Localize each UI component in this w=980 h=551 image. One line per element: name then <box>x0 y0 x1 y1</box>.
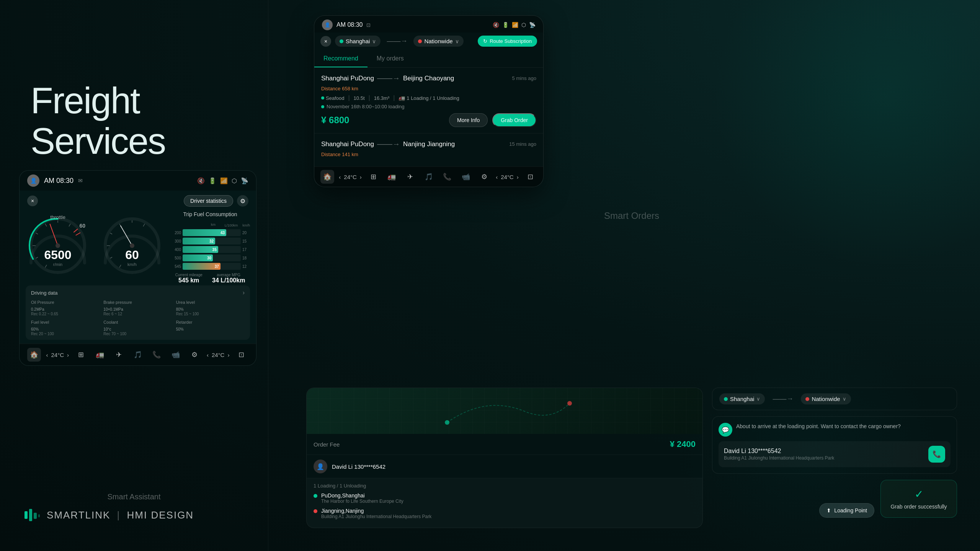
bottom-to-text: Nationwide <box>812 396 840 402</box>
order-2-route-row: Shanghai PuDong ——→ Nanjing Jiangning 15… <box>321 140 536 148</box>
loading-point-to: Jiangning,Nanjing Building A1 Jiulonghu … <box>314 508 696 519</box>
settings-button[interactable]: ⚙ <box>237 195 248 207</box>
temp-left-value: 24°C <box>51 352 64 358</box>
close-button[interactable]: × <box>27 196 38 206</box>
notification-header: 💬 About to arrive at the loading point. … <box>719 423 951 437</box>
phone-temp-prev-icon[interactable]: ‹ <box>339 174 341 180</box>
grab-order-button[interactable]: Grab Order <box>492 113 536 127</box>
date-text: November 16th 8:00~10:00 loading <box>327 104 404 109</box>
map-route-svg <box>307 388 702 434</box>
phone-temp-right-prev[interactable]: ‹ <box>496 174 498 180</box>
smart-orders-label: Smart Orders <box>604 210 659 221</box>
brake-rec: Rec 6 ~ 12 <box>103 312 172 316</box>
phone-home-icon[interactable]: 🏠 <box>320 170 334 184</box>
phone-grid-icon[interactable]: ⊞ <box>366 170 380 184</box>
order-1-bottom: ¥ 6800 More Info Grab Order <box>321 113 536 127</box>
from-city-pill[interactable]: Shanghai ∨ <box>335 36 381 47</box>
order-info-panel: Order Fee ¥ 2400 👤 David Li 130****6542 … <box>306 388 703 528</box>
bottom-nav: 🏠 ‹ 24°C › ⊞ 🚛 ✈ 🎵 📞 📹 ⚙ ‹ 24°C › ⊡ <box>20 344 256 365</box>
phone-nav-icon[interactable]: 📞 <box>150 348 163 362</box>
battery-icon: 🔋 <box>209 177 216 184</box>
to-dot-icon <box>314 509 317 513</box>
bottom-to-pill[interactable]: Nationwide ∨ <box>801 393 851 404</box>
tab-my-orders[interactable]: My orders <box>368 50 413 67</box>
call-button[interactable]: 📞 <box>928 446 945 463</box>
phone-temp-next-icon[interactable]: › <box>360 174 362 180</box>
nav-icon-paper[interactable]: ✈ <box>112 348 126 362</box>
order-1-route: Shanghai PuDong ——→ Beijing Chaoyang <box>321 74 454 83</box>
phone-settings-icon[interactable]: ⚙ <box>477 170 491 184</box>
order-map <box>307 388 702 434</box>
phone-music-icon[interactable]: 🎵 <box>422 170 436 184</box>
phone-volume-icon: 🔇 <box>493 22 499 28</box>
grid-nav-icon[interactable]: ⊞ <box>74 348 88 362</box>
phone-close-button[interactable]: × <box>320 36 331 47</box>
svg-point-24 <box>445 420 449 425</box>
expand-arrow-icon[interactable]: › <box>243 289 245 296</box>
settings-nav-icon[interactable]: ⚙ <box>188 348 201 362</box>
temp-right: ‹ 24°C › <box>207 352 230 358</box>
loading-point-btn-label: Loading Point <box>834 507 867 514</box>
phone-truck-icon[interactable]: 🚛 <box>385 170 399 184</box>
chart-row-5: 545 37 12 <box>170 263 250 270</box>
phone-temp-right-next[interactable]: › <box>517 174 519 180</box>
route-selector: Shanghai ∨ ——→ Nationwide ∨ ↻ Route Subs… <box>335 36 537 47</box>
section-divider <box>268 0 268 551</box>
throttle-max: 60 <box>79 223 85 229</box>
bluetooth-icon: ⬡ <box>232 177 237 184</box>
to-city-text: Nationwide <box>424 38 452 44</box>
bottom-from-pill[interactable]: Shanghai ∨ <box>719 393 765 404</box>
retarder-value: 50% <box>176 325 245 332</box>
order-2-distance: Distance 141 km <box>321 152 536 157</box>
phone-bt-icon: ⬡ <box>521 22 526 28</box>
summary-mpg: average MPG 34 L/100km <box>212 273 245 284</box>
smart-assistant-label: Smart Assistant <box>108 492 161 501</box>
brake-value: 10×0.1MPa <box>103 305 172 312</box>
phone-temp-left: ‹ 24°C › <box>339 174 362 180</box>
order-1-from: Shanghai PuDong <box>321 75 374 82</box>
fuel-label: Fuel level <box>31 320 100 324</box>
chart-title: Trip Fuel Consumption <box>170 211 250 217</box>
order-fee-label: Order Fee <box>314 441 340 448</box>
phone-temp-right-val: 24°C <box>501 174 514 180</box>
chart-label-kmh: km/h <box>242 223 250 227</box>
temp-left-next-icon[interactable]: › <box>67 352 69 358</box>
to-dot-icon <box>418 39 422 43</box>
temp-right-value: 24°C <box>212 352 225 358</box>
more-info-button[interactable]: More Info <box>449 113 488 127</box>
from-city-text: Shanghai <box>346 38 370 44</box>
loading-point-button[interactable]: ⬆ Loading Point <box>819 503 874 518</box>
driving-data-title: Driving data <box>31 290 57 296</box>
dash-header: × Driver statistics ⚙ <box>20 191 256 211</box>
status-time: AM 08:30 <box>44 177 74 185</box>
driver-stats-button[interactable]: Driver statistics <box>184 195 233 207</box>
cargo-weight: 10.5t <box>354 95 365 101</box>
temp-left-prev-icon[interactable]: ‹ <box>46 352 48 358</box>
split-nav-icon[interactable]: ⊡ <box>235 348 248 362</box>
music-nav-icon[interactable]: 🎵 <box>131 348 145 362</box>
order-2-from: Shanghai PuDong <box>321 140 374 148</box>
phone-call-icon[interactable]: 📞 <box>440 170 454 184</box>
phone-video-icon[interactable]: 📹 <box>459 170 473 184</box>
video-nav-icon[interactable]: 📹 <box>169 348 183 362</box>
phone-nav-icon[interactable]: ✈ <box>403 170 417 184</box>
summary-mileage: Current mileage 545 km <box>175 273 203 284</box>
tab-recommend[interactable]: Recommend <box>314 50 368 67</box>
route-subscribe-button[interactable]: ↻ Route Subscription <box>478 36 537 47</box>
rpm-value: 6500 <box>44 248 71 262</box>
smartlink-brand-text: SMARTLINK | HMI DESIGN <box>47 509 194 521</box>
driver-name: David Li 130****6542 <box>332 463 385 470</box>
order-1-date: November 16th 8:00~10:00 loading <box>321 104 536 109</box>
right-section: 👤 AM 08:30 ⊡ 🔇 🔋 📶 ⬡ 📡 × Shanghai ∨ <box>283 0 980 551</box>
temp-right-prev-icon[interactable]: ‹ <box>207 352 209 358</box>
speed-gauge: 60 km/h <box>98 211 167 280</box>
phone-split-icon[interactable]: ⊡ <box>523 170 537 184</box>
success-check-icon: ✓ <box>915 488 923 500</box>
to-city-pill[interactable]: Nationwide ∨ <box>413 36 463 47</box>
phone-temp-value: 24°C <box>344 174 357 180</box>
bottom-from-dropdown-icon: ∨ <box>756 396 760 402</box>
home-nav-icon[interactable]: 🏠 <box>27 348 41 362</box>
truck-nav-icon[interactable]: 🚛 <box>93 348 107 362</box>
temp-right-next-icon[interactable]: › <box>227 352 229 358</box>
from-dot-icon <box>314 494 317 498</box>
